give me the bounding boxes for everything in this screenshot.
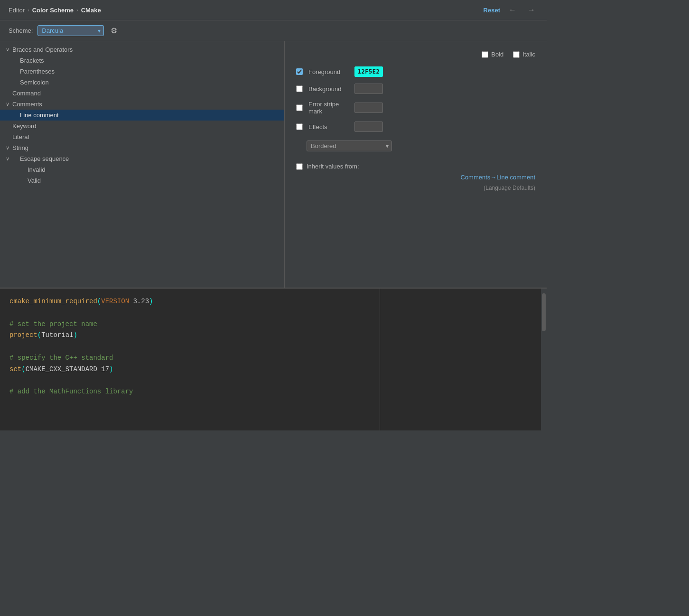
scheme-row: Scheme: Darcula Default High Contrast ⚙ bbox=[0, 20, 547, 41]
code-paren-1: ( bbox=[97, 298, 101, 305]
background-color-box[interactable] bbox=[354, 84, 383, 94]
error-stripe-checkbox[interactable] bbox=[296, 104, 303, 111]
breadcrumb-cmake: CMake bbox=[81, 7, 101, 14]
foreground-color-box[interactable]: 12F5E2 bbox=[354, 66, 383, 77]
breadcrumb-sep-2: › bbox=[76, 7, 78, 13]
tree-item-parentheses[interactable]: Parentheses bbox=[0, 66, 284, 77]
tree-item-invalid[interactable]: Invalid bbox=[0, 164, 284, 175]
breadcrumb-editor: Editor bbox=[9, 7, 25, 14]
bold-label: Bold bbox=[491, 51, 503, 58]
code-paren-2: ) bbox=[149, 298, 153, 305]
toggle-string: ∨ bbox=[4, 145, 11, 151]
foreground-checkbox-label[interactable] bbox=[296, 68, 303, 75]
main-area: ∨ Braces and Operators Brackets Parenthe… bbox=[0, 41, 547, 288]
effects-select-wrapper: Bordered Underline Bold underline Dotted… bbox=[307, 140, 392, 151]
code-paren-6: ) bbox=[109, 365, 113, 373]
tree-label-literal: Literal bbox=[11, 133, 284, 140]
tree-item-semicolon[interactable]: Semicolon bbox=[0, 77, 284, 88]
nav-forward-button[interactable]: → bbox=[525, 5, 538, 15]
breadcrumb: Editor › Color Scheme › CMake bbox=[9, 7, 101, 14]
code-right-panel bbox=[380, 289, 541, 430]
effects-label: Effects bbox=[308, 123, 349, 131]
tree-item-valid[interactable]: Valid bbox=[0, 175, 284, 186]
scheme-select-wrapper: Darcula Default High Contrast bbox=[37, 25, 104, 36]
reset-button[interactable]: Reset bbox=[484, 7, 500, 14]
scheme-label: Scheme: bbox=[9, 27, 33, 34]
tree-label-braces-ops: Braces and Operators bbox=[11, 46, 284, 53]
code-preview: cmake_minimum_required(VERSION 3.23) # s… bbox=[0, 288, 547, 430]
inherit-checkbox-row: Inherit values from: bbox=[296, 163, 535, 170]
tree-item-brackets[interactable]: Brackets bbox=[0, 55, 284, 66]
tree-item-escape-seq[interactable]: ∨ Escape sequence bbox=[0, 153, 284, 164]
code-set-fn: set bbox=[9, 365, 21, 373]
effects-row: Effects bbox=[296, 121, 535, 132]
code-comment-2: # specify the C++ standard bbox=[9, 354, 113, 362]
inherit-label: Inherit values from: bbox=[307, 163, 359, 170]
code-paren-4: ) bbox=[73, 331, 77, 339]
header: Editor › Color Scheme › CMake Reset ← → bbox=[0, 0, 547, 20]
breadcrumb-sep-1: › bbox=[28, 7, 29, 13]
error-stripe-label: Error stripe mark bbox=[308, 101, 349, 115]
inherit-sub: (Language Defaults) bbox=[296, 185, 535, 191]
code-comment-3: # add the MathFunctions library bbox=[9, 388, 133, 395]
tree-label-line-comment: Line comment bbox=[19, 112, 284, 119]
effects-checkbox-label[interactable] bbox=[296, 123, 303, 130]
background-label: Background bbox=[308, 85, 349, 93]
scrollbar[interactable] bbox=[541, 289, 547, 430]
code-cmake-min: cmake_minimum_required bbox=[9, 298, 97, 305]
code-version-kw: VERSION bbox=[101, 298, 129, 305]
scheme-select[interactable]: Darcula Default High Contrast bbox=[37, 25, 104, 36]
tree-item-keyword[interactable]: Keyword bbox=[0, 121, 284, 131]
background-checkbox[interactable] bbox=[296, 85, 303, 92]
tree-label-command: Command bbox=[11, 90, 284, 97]
tree-item-comments[interactable]: ∨ Comments bbox=[0, 99, 284, 110]
background-row: Background bbox=[296, 84, 535, 94]
inherit-link[interactable]: Comments→Line comment bbox=[296, 174, 535, 181]
error-stripe-checkbox-label[interactable] bbox=[296, 104, 303, 111]
tree-item-line-comment[interactable]: Line comment bbox=[0, 110, 284, 121]
breadcrumb-color-scheme: Color Scheme bbox=[32, 7, 74, 14]
tree-item-literal[interactable]: Literal bbox=[0, 131, 284, 142]
tree-label-escape-seq: Escape sequence bbox=[19, 155, 284, 162]
tree-label-keyword: Keyword bbox=[11, 122, 284, 130]
error-stripe-row: Error stripe mark bbox=[296, 101, 535, 115]
foreground-checkbox[interactable] bbox=[296, 68, 303, 75]
effects-checkbox[interactable] bbox=[296, 123, 303, 130]
italic-checkbox[interactable] bbox=[513, 51, 520, 58]
foreground-label: Foreground bbox=[308, 68, 349, 75]
nav-back-button[interactable]: ← bbox=[506, 5, 519, 15]
bold-checkbox-label[interactable]: Bold bbox=[482, 51, 503, 58]
toggle-comments: ∨ bbox=[4, 101, 11, 107]
background-checkbox-label[interactable] bbox=[296, 85, 303, 92]
toggle-escape-seq: ∨ bbox=[4, 156, 11, 162]
tree-item-command[interactable]: Command bbox=[0, 88, 284, 99]
toggle-braces-ops: ∨ bbox=[4, 47, 11, 53]
gear-button[interactable]: ⚙ bbox=[109, 25, 119, 36]
effects-color-box[interactable] bbox=[354, 121, 383, 132]
foreground-row: Foreground 12F5E2 bbox=[296, 66, 535, 77]
header-actions: Reset ← → bbox=[484, 5, 538, 15]
tree-label-invalid: Invalid bbox=[27, 166, 284, 173]
code-project-arg: Tutorial bbox=[41, 331, 73, 339]
tree-label-string: String bbox=[11, 144, 284, 151]
effects-select[interactable]: Bordered Underline Bold underline Dotted… bbox=[307, 140, 392, 151]
tree-label-semicolon: Semicolon bbox=[19, 79, 284, 86]
error-stripe-color-box[interactable] bbox=[354, 103, 383, 113]
code-set-arg: CMAKE_CXX_STANDARD 17 bbox=[26, 365, 109, 373]
right-panel: Bold Italic Foreground 12F5E2 Background bbox=[285, 41, 547, 288]
tree-label-comments: Comments bbox=[11, 101, 284, 108]
bold-italic-row: Bold Italic bbox=[296, 51, 535, 58]
bold-checkbox[interactable] bbox=[482, 51, 488, 58]
italic-checkbox-label[interactable]: Italic bbox=[513, 51, 535, 58]
tree-item-braces-ops[interactable]: ∨ Braces and Operators bbox=[0, 44, 284, 55]
code-paren-3: ( bbox=[37, 331, 41, 339]
scrollbar-thumb[interactable] bbox=[542, 293, 546, 331]
inherit-section: Inherit values from: Comments→Line comme… bbox=[296, 163, 535, 191]
tree-label-parentheses: Parentheses bbox=[19, 68, 284, 75]
tree-item-string[interactable]: ∨ String bbox=[0, 142, 284, 153]
tree-label-valid: Valid bbox=[27, 177, 284, 184]
code-version-val: 3.23 bbox=[129, 298, 149, 305]
code-area: cmake_minimum_required(VERSION 3.23) # s… bbox=[0, 289, 380, 430]
inherit-checkbox[interactable] bbox=[296, 163, 303, 170]
code-paren-5: ( bbox=[21, 365, 25, 373]
